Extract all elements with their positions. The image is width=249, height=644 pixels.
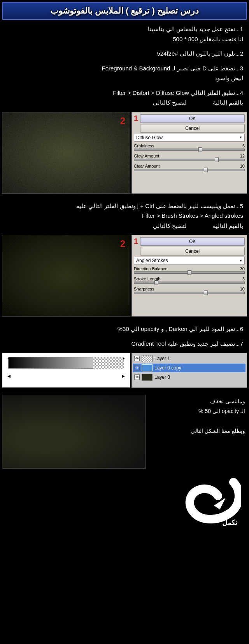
- layer-eye-1[interactable]: 👁: [134, 356, 140, 361]
- filter2-section: 2 1 OK Cancel Angled Strokes ▼ Direction…: [2, 235, 247, 317]
- page-content: درس تصليح ( ترقيع ) الملابس بالفوتوشوب 1…: [0, 2, 249, 533]
- slider-thumb-graininess[interactable]: [198, 147, 202, 152]
- slider-track-sharpness[interactable]: [134, 292, 245, 294]
- filter1-section: 2 1 OK Cancel Diffuse Glow ▼ Graininess …: [2, 112, 247, 194]
- step3-text: 3 ـ نضغط على D حتى تصبر لـ Foreground & …: [0, 61, 249, 86]
- slider-thumb-direction[interactable]: [188, 270, 191, 275]
- filter1-dropdown[interactable]: Diffuse Glow ▼: [134, 134, 245, 142]
- layer-name-1: Layer 1: [154, 356, 170, 361]
- slider-thumb-sharpness[interactable]: [204, 290, 208, 295]
- dropdown-arrow-2: ▼: [239, 259, 242, 262]
- slider-stroke: Stroke Length 3: [134, 276, 245, 285]
- step7-text: 7 ـ نضيف ليـر جديد ونطبق عليه Gradient T…: [0, 336, 249, 351]
- step4-text: 4 ـ نطبق الفلتر التالي Filter > Distort …: [0, 86, 249, 110]
- step2-text: 2 ـ نلون اللير باللون التالي #524f2e: [0, 46, 249, 61]
- final-canvas: [2, 395, 146, 469]
- step6-text: 6 ـ نغير المود لليـر الي Darken , و opac…: [0, 322, 249, 336]
- dialog-buttons-2: OK Cancel: [140, 237, 245, 256]
- layer-eye-2[interactable]: 👁: [134, 365, 140, 371]
- layers-panel: 👁 Layer 1 👁 Layer 0 copy 👁 Layer 0: [132, 353, 247, 388]
- slider-thumb-glow[interactable]: [215, 158, 219, 162]
- slider-clear-amount: Clear Amount 10: [134, 164, 245, 172]
- canvas-label-2: 2: [120, 116, 125, 126]
- layer-name-3: Layer 0: [154, 374, 170, 380]
- slider-sharpness: Sharpness 10: [134, 287, 245, 295]
- step5-text: 5 ـ نعمل ويلبيست لليـر بالضغط على j + Ct…: [0, 199, 249, 233]
- step1-text: 1 ـ نفتح عمل جديد بالمقاس الي يناسبنا ان…: [0, 22, 249, 46]
- layer-thumb-2: [142, 364, 153, 371]
- canvas-label-2b: 2: [120, 238, 125, 249]
- final-preview-section: وماننسى نخفف الـ opacity الي 50 % ويطلع …: [2, 395, 247, 469]
- dialog-top-row-2: 1 OK Cancel: [134, 237, 245, 256]
- layers-section: ◂ ▸ ◂ ▸ 👁 Layer 1 👁 Layer 0 copy 👁 Layer…: [2, 353, 247, 388]
- cancel-button-1[interactable]: Cancel: [140, 124, 245, 133]
- slider-track-glow[interactable]: [134, 159, 245, 161]
- filter-dialog-2: 1 OK Cancel Angled Strokes ▼ Direction B…: [132, 235, 247, 317]
- canvas-preview-1: 2: [2, 112, 130, 194]
- ok-button-2[interactable]: OK: [140, 237, 245, 246]
- slider-track-direction[interactable]: [134, 271, 245, 274]
- slider-thumb-stroke[interactable]: [154, 280, 158, 285]
- slider-direction: Direction Balance 30: [134, 266, 245, 275]
- slider-track-graininess[interactable]: [134, 149, 245, 151]
- layer-thumb-3: [142, 374, 153, 381]
- continue-section: نكمل: [0, 471, 249, 533]
- dialog-num-1: 1: [134, 114, 138, 133]
- layer-eye-3[interactable]: 👁: [134, 374, 140, 380]
- title-bar: درس تصليح ( ترقيع ) الملابس بالفوتوشوب: [2, 2, 247, 20]
- layer-thumb-1: [142, 355, 153, 362]
- slider-thumb-clear[interactable]: [204, 168, 208, 172]
- layer-row-1[interactable]: 👁 Layer 1: [133, 354, 245, 363]
- layer-row-3[interactable]: 👁 Layer 0: [133, 373, 245, 382]
- layer-name-2: Layer 0 copy: [154, 365, 181, 371]
- ok-button-1[interactable]: OK: [140, 114, 245, 123]
- dialog-buttons-1: OK Cancel: [140, 114, 245, 133]
- dialog-num-2: 1: [134, 237, 138, 256]
- filter-dialog-1: 1 OK Cancel Diffuse Glow ▼ Graininess 6: [132, 112, 247, 194]
- dropdown-arrow-1: ▼: [239, 136, 242, 139]
- continue-arrow-container: نكمل: [179, 474, 241, 529]
- final-text: وماننسى نخفف الـ opacity الي 50 % ويطلع …: [148, 395, 247, 469]
- slider-track-stroke[interactable]: [134, 282, 245, 284]
- cancel-button-2[interactable]: Cancel: [140, 247, 245, 256]
- slider-graininess: Graininess 6: [134, 144, 245, 152]
- page-title: درس تصليح ( ترقيع ) الملابس بالفوتوشوب: [9, 6, 240, 16]
- gradient-canvas: ◂ ▸ ◂ ▸: [2, 353, 130, 388]
- slider-glow-amount: Glow Amount 12: [134, 154, 245, 162]
- canvas-preview-2: 2: [2, 235, 130, 317]
- filter2-dropdown[interactable]: Angled Strokes ▼: [134, 257, 245, 264]
- continue-label: نكمل: [222, 518, 237, 527]
- slider-track-clear[interactable]: [134, 169, 245, 171]
- layer-row-2[interactable]: 👁 Layer 0 copy: [133, 364, 245, 372]
- dialog-top-row-1: 1 OK Cancel: [134, 114, 245, 133]
